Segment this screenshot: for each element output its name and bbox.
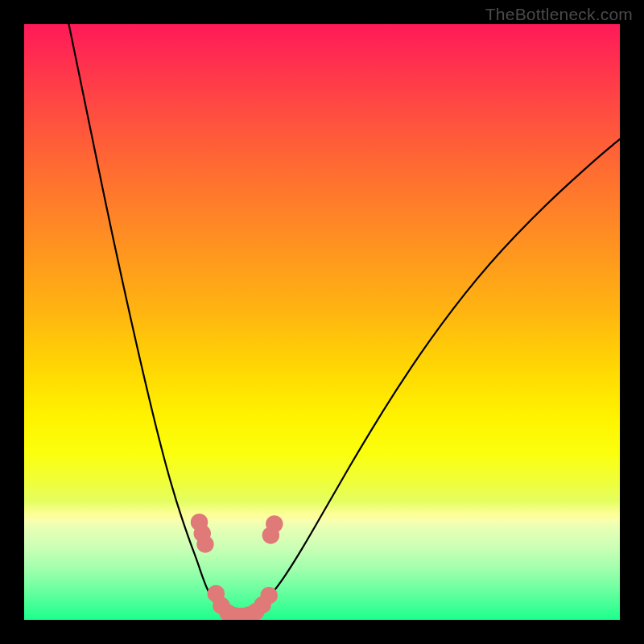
watermark-text: TheBottleneck.com bbox=[485, 5, 633, 24]
curve-left-branch bbox=[69, 24, 239, 615]
data-point bbox=[260, 587, 277, 604]
chart-frame: TheBottleneck.com bbox=[0, 0, 644, 644]
curve-right-branch bbox=[238, 139, 620, 615]
data-point bbox=[196, 535, 213, 552]
plot-area bbox=[24, 24, 620, 620]
scatter-points bbox=[191, 514, 283, 620]
chart-svg bbox=[24, 24, 620, 620]
data-point bbox=[266, 515, 283, 532]
